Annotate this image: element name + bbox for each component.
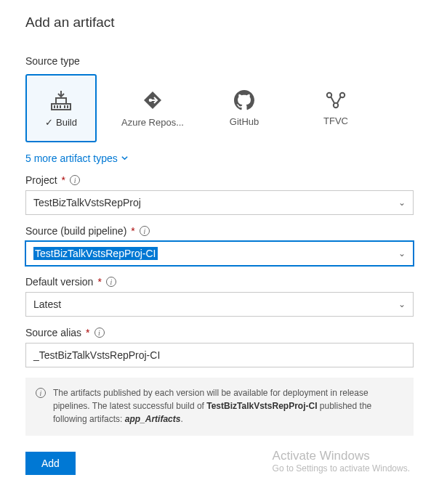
github-icon [234, 90, 254, 110]
required-asterisk: * [131, 225, 134, 237]
artifact-info-box: i The artifacts published by each versio… [25, 378, 414, 436]
windows-activation-watermark: Activate Windows Go to Settings to activ… [273, 449, 410, 473]
default-version-select[interactable]: Latest ⌄ [25, 292, 414, 317]
source-alias-input[interactable]: _TestBizTalkVstsRepProj-CI [25, 343, 414, 367]
tfvc-icon [325, 91, 347, 110]
more-artifact-types-link[interactable]: 5 more artifact types [25, 153, 129, 164]
source-alias-label: Source alias [25, 327, 81, 338]
project-label: Project [25, 174, 57, 186]
tile-build-label: Build [56, 117, 77, 128]
source-select[interactable]: TestBizTalkVstsRepProj-CI ⌄ [25, 241, 414, 266]
azure-repos-icon [142, 89, 164, 111]
source-label: Source (build pipeline) [25, 225, 126, 237]
field-source: Source (build pipeline) * i TestBizTalkV… [25, 225, 414, 266]
tile-github[interactable]: GitHub [209, 74, 280, 142]
field-default-version: Default version * i Latest ⌄ [25, 276, 414, 317]
add-button[interactable]: Add [25, 452, 76, 475]
default-version-label: Default version [25, 276, 93, 288]
chevron-down-icon: ⌄ [398, 248, 406, 259]
check-icon: ✓ [45, 117, 53, 128]
required-asterisk: * [62, 174, 65, 186]
tile-github-label: GitHub [230, 116, 259, 127]
source-type-tiles: ✓ Build Azure Repos... GitHub [25, 74, 414, 142]
tile-build[interactable]: ✓ Build [25, 74, 97, 142]
project-value: TestBizTalkVstsRepProj [33, 197, 398, 208]
svg-point-3 [334, 102, 338, 107]
required-asterisk: * [97, 276, 101, 288]
tile-azure-repos-label: Azure Repos... [121, 117, 184, 128]
panel-title: Add an artifact [25, 15, 414, 31]
tile-azure-repos[interactable]: Azure Repos... [117, 74, 188, 142]
source-value: TestBizTalkVstsRepProj-CI [33, 247, 158, 260]
field-source-alias: Source alias * i _TestBizTalkVstsRepProj… [25, 327, 414, 367]
info-icon[interactable]: i [70, 175, 80, 185]
field-project: Project * i TestBizTalkVstsRepProj ⌄ [25, 174, 414, 215]
info-icon: i [36, 388, 46, 398]
build-icon [49, 89, 73, 111]
chevron-down-icon [121, 153, 129, 164]
info-icon[interactable]: i [140, 226, 150, 236]
info-icon[interactable]: i [94, 328, 105, 338]
chevron-down-icon: ⌄ [398, 299, 406, 309]
default-version-value: Latest [33, 298, 398, 310]
artifact-info-text: The artifacts published by each version … [53, 386, 403, 426]
tile-tfvc-label: TFVC [323, 115, 348, 126]
project-select[interactable]: TestBizTalkVstsRepProj ⌄ [25, 190, 414, 215]
source-type-label: Source type [25, 55, 414, 67]
info-icon[interactable]: i [106, 277, 116, 287]
source-alias-value: _TestBizTalkVstsRepProj-CI [33, 349, 160, 361]
required-asterisk: * [86, 327, 89, 338]
chevron-down-icon: ⌄ [398, 198, 406, 208]
tile-tfvc[interactable]: TFVC [300, 74, 371, 142]
